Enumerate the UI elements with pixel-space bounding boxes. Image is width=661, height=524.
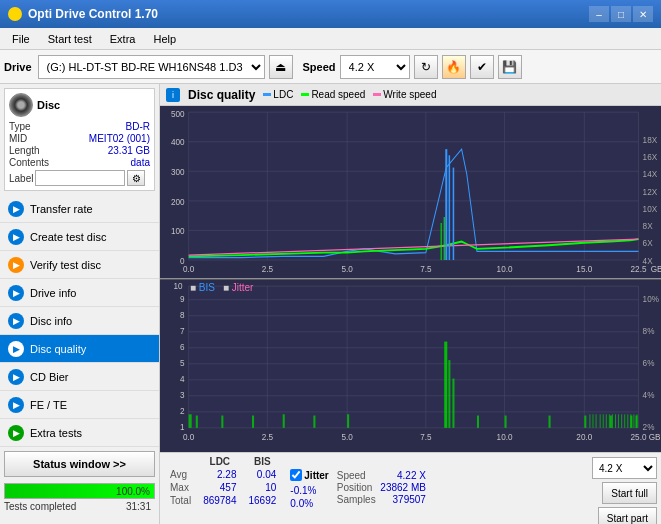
row-avg-bis: 0.04	[243, 468, 283, 481]
svg-text:10X: 10X	[643, 203, 658, 214]
svg-text:400: 400	[171, 137, 185, 148]
jitter-legend-label: ■ Jitter	[223, 282, 254, 293]
label-key: Label	[9, 173, 33, 184]
sidebar-item-fe-te[interactable]: ▶ FE / TE	[0, 391, 159, 419]
start-full-button[interactable]: Start full	[602, 482, 657, 504]
read-legend-label: Read speed	[311, 89, 365, 100]
fe-te-icon: ▶	[8, 397, 24, 413]
close-button[interactable]: ✕	[633, 6, 653, 22]
burn-button[interactable]: 🔥	[442, 55, 466, 79]
svg-rect-96	[505, 415, 507, 427]
verify-button[interactable]: ✔	[470, 55, 494, 79]
svg-text:6: 6	[180, 341, 185, 352]
sidebar-item-disc-quality[interactable]: ▶ Disc quality	[0, 335, 159, 363]
disc-header-label: Disc	[37, 99, 60, 111]
title-bar: Opti Drive Control 1.70 – □ ✕	[0, 0, 661, 28]
fe-te-label: FE / TE	[30, 399, 67, 411]
svg-rect-97	[549, 415, 551, 427]
svg-rect-111	[618, 414, 619, 428]
speed-select[interactable]: 4.2 X	[340, 55, 410, 79]
svg-text:2: 2	[180, 405, 185, 416]
sidebar-item-verify-test-disc[interactable]: ▶ Verify test disc	[0, 251, 159, 279]
refresh-button[interactable]: ↻	[414, 55, 438, 79]
mid-val: MEIT02 (001)	[89, 133, 150, 144]
svg-rect-103	[592, 414, 593, 428]
svg-text:6X: 6X	[643, 238, 653, 249]
save-button[interactable]: 💾	[498, 55, 522, 79]
svg-text:7.5: 7.5	[420, 264, 431, 275]
jitter-section: Jitter -0.1% 0.0%	[290, 455, 328, 511]
cd-bier-icon: ▶	[8, 369, 24, 385]
status-window-button[interactable]: Status window >>	[4, 451, 155, 477]
svg-text:300: 300	[171, 166, 185, 177]
svg-text:6%: 6%	[643, 357, 655, 368]
label-set-button[interactable]: ⚙	[127, 170, 145, 186]
svg-rect-87	[221, 415, 223, 427]
svg-rect-98	[584, 415, 586, 427]
left-panel: Disc Type BD-R MID MEIT02 (001) Length 2…	[0, 84, 160, 524]
ldc-legend-label: LDC	[273, 89, 293, 100]
type-val: BD-R	[126, 121, 150, 132]
minimize-button[interactable]: –	[589, 6, 609, 22]
sidebar-item-disc-info[interactable]: ▶ Disc info	[0, 307, 159, 335]
jitter-avg: -0.1%	[290, 485, 328, 496]
progress-bar: 100.0%	[4, 483, 155, 499]
sidebar-item-drive-info[interactable]: ▶ Drive info	[0, 279, 159, 307]
maximize-button[interactable]: □	[611, 6, 631, 22]
start-part-button[interactable]: Start part	[598, 507, 657, 524]
col-ldc: LDC	[197, 455, 242, 468]
svg-text:7.5: 7.5	[420, 431, 431, 442]
svg-text:12X: 12X	[643, 186, 658, 197]
svg-text:500: 500	[171, 108, 185, 119]
jitter-checkbox[interactable]	[290, 469, 302, 481]
disc-quality-label: Disc quality	[30, 343, 86, 355]
chart-title: Disc quality	[188, 88, 255, 102]
row-total-ldc: 869784	[197, 494, 242, 507]
eject-button[interactable]: ⏏	[269, 55, 293, 79]
read-legend-dot	[301, 93, 309, 96]
svg-rect-89	[283, 414, 285, 428]
svg-text:0.0: 0.0	[183, 264, 194, 275]
svg-text:9: 9	[180, 293, 185, 304]
ldc-legend-dot	[263, 93, 271, 96]
transfer-rate-icon: ▶	[8, 201, 24, 217]
disc-info-box: Disc Type BD-R MID MEIT02 (001) Length 2…	[4, 88, 155, 191]
svg-text:2%: 2%	[643, 421, 655, 432]
menu-help[interactable]: Help	[145, 31, 184, 47]
verify-test-disc-icon: ▶	[8, 257, 24, 273]
chart-legend: LDC Read speed Write speed	[263, 89, 436, 100]
svg-rect-86	[196, 415, 198, 427]
disc-quality-icon: ▶	[8, 341, 24, 357]
top-chart: 0 100 200 300 400 500 0.0 2.5 5.0 7.5 10…	[160, 106, 661, 280]
chart-header-icon: i	[166, 88, 180, 102]
svg-text:18X: 18X	[643, 134, 658, 145]
svg-text:10.0: 10.0	[497, 431, 513, 442]
sidebar-item-create-test-disc[interactable]: ▶ Create test disc	[0, 223, 159, 251]
jitter-label: Jitter	[304, 470, 328, 481]
disc-info-icon: ▶	[8, 313, 24, 329]
jitter-max: 0.0%	[290, 498, 328, 509]
sidebar-item-cd-bier[interactable]: ▶ CD Bier	[0, 363, 159, 391]
app-title: Opti Drive Control 1.70	[28, 7, 158, 21]
drive-select[interactable]: (G:) HL-DT-ST BD-RE WH16NS48 1.D3	[38, 55, 265, 79]
create-test-disc-label: Create test disc	[30, 231, 106, 243]
contents-key: Contents	[9, 157, 49, 168]
svg-rect-117	[636, 414, 637, 428]
svg-text:GB: GB	[649, 431, 661, 442]
label-input[interactable]	[35, 170, 125, 186]
menu-start-test[interactable]: Start test	[40, 31, 100, 47]
disc-info-label: Disc info	[30, 315, 72, 327]
menu-file[interactable]: File	[4, 31, 38, 47]
svg-text:14X: 14X	[643, 169, 658, 180]
menu-extra[interactable]: Extra	[102, 31, 144, 47]
chart-header: i Disc quality LDC Read speed Write spee…	[160, 84, 661, 106]
extra-tests-icon: ▶	[8, 425, 24, 441]
svg-rect-110	[615, 414, 616, 428]
svg-rect-109	[612, 414, 613, 428]
row-total-bis: 16692	[243, 494, 283, 507]
samples-val: 379507	[393, 494, 426, 505]
speed-combo-select[interactable]: 4.2 X	[592, 457, 657, 479]
sidebar-item-extra-tests[interactable]: ▶ Extra tests	[0, 419, 159, 447]
svg-text:8X: 8X	[643, 221, 653, 232]
sidebar-item-transfer-rate[interactable]: ▶ Transfer rate	[0, 195, 159, 223]
